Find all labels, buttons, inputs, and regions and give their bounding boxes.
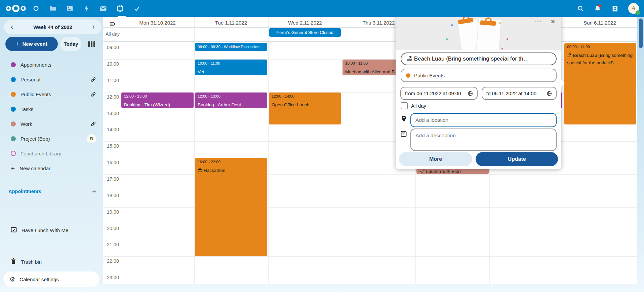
- hour-label: 16:00: [103, 160, 119, 165]
- description-input[interactable]: [410, 129, 557, 151]
- timezone-globe-icon[interactable]: [468, 91, 473, 96]
- appointments-section-header: Appointments +: [0, 188, 103, 195]
- notifications-bell-icon[interactable]: [594, 0, 602, 17]
- dashboard-icon[interactable]: [32, 0, 40, 17]
- calendar-color-dot: [11, 62, 16, 67]
- day-header-tue[interactable]: Tue 1.11.2022: [194, 19, 268, 26]
- trash-icon: [11, 258, 16, 265]
- update-button[interactable]: Update: [476, 152, 558, 166]
- calendar-color-dot: [11, 92, 16, 97]
- start-date-value: from 06.11.2022 at 09:00: [405, 90, 461, 96]
- event-workflow-discussion[interactable]: 09:00 - 09:30 - Workflow Discussion: [195, 43, 267, 51]
- calendar-picker[interactable]: Public Events: [401, 69, 557, 82]
- appointment-config-label: Have Lunch With Me: [22, 227, 68, 233]
- calendar-label: Tasks: [21, 106, 96, 112]
- online-status-dot: [636, 10, 640, 15]
- calendar-item-public-events[interactable]: Public Events: [0, 87, 103, 102]
- day-header-wed[interactable]: Wed 2.11.2022: [268, 19, 342, 26]
- event-vet[interactable]: 10:00 - 11:00 Vet: [195, 60, 267, 75]
- calendar-app-icon[interactable]: [116, 0, 124, 17]
- hour-label: 19:00: [103, 209, 119, 215]
- week-label: Week 44 of 2022: [33, 24, 72, 30]
- sidebar: ‹ Week 44 of 2022 › + New event Today Ap…: [0, 17, 103, 284]
- grid-line: [268, 17, 269, 284]
- hour-line: [103, 191, 637, 191]
- event-time: 09:00 - 14:00: [567, 45, 634, 49]
- next-week-button[interactable]: ›: [91, 23, 96, 31]
- add-appointment-config-button[interactable]: +: [92, 188, 96, 195]
- photos-icon[interactable]: [66, 0, 73, 17]
- hour-label: 14:00: [103, 127, 119, 132]
- event-booking-tim-wizard[interactable]: 12:00 - 13:00 Booking - Tim (Wizard): [121, 93, 194, 108]
- event-pierres-general-store-closed[interactable]: Pierre's General Store Closed!: [269, 28, 341, 37]
- hour-line: [103, 224, 637, 224]
- appointment-config-item[interactable]: Have Lunch With Me: [0, 223, 103, 238]
- nextcloud-logo[interactable]: [5, 4, 26, 14]
- calendar-settings-button[interactable]: ⚙ Calendar settings: [3, 271, 99, 287]
- event-beach-luau[interactable]: 09:00 - 14:00 🏖 Beach Luau (Bring someth…: [564, 43, 636, 124]
- week-navigation: ‹ Week 44 of 2022 ›: [4, 20, 102, 34]
- popover-actions-menu-icon[interactable]: ···: [534, 17, 542, 25]
- more-button[interactable]: More: [399, 152, 472, 166]
- hour-label: 18:00: [103, 193, 119, 198]
- shared-link-icon: [90, 121, 96, 127]
- calendar-item-appointments[interactable]: Appointments: [0, 57, 103, 72]
- event-open-office-lunch[interactable]: 12:00 - 14:00 Open Office Lunch: [269, 93, 341, 124]
- today-button[interactable]: Today: [61, 37, 81, 51]
- hour-label: 21:00: [103, 242, 119, 247]
- grid-line: [563, 17, 563, 284]
- calendar-color-dot: [11, 121, 16, 126]
- day-header-sun[interactable]: Sun 6.11.2022: [563, 19, 637, 26]
- tasks-icon[interactable]: [133, 0, 140, 17]
- collapse-weekend-icon[interactable]: [110, 22, 115, 28]
- files-icon[interactable]: [49, 0, 56, 17]
- user-avatar[interactable]: A: [628, 0, 639, 17]
- notification-badge: [598, 4, 601, 7]
- calendar-item-tasks[interactable]: Tasks: [0, 102, 103, 116]
- day-header-mon[interactable]: Mon 31.10.2022: [121, 19, 194, 26]
- all-day-toggle[interactable]: All day: [401, 102, 426, 109]
- calendar-color-dot: [11, 136, 16, 141]
- event-hackathon[interactable]: 16:00 - 22:00 😎 Hackathon: [195, 158, 267, 256]
- timezone-globe-icon[interactable]: [547, 91, 552, 96]
- calendar-label: Public Events: [21, 92, 90, 97]
- event-title-input[interactable]: [401, 52, 557, 65]
- hour-label: 15:00: [103, 143, 119, 149]
- scrollbar-thumb[interactable]: [639, 19, 643, 48]
- calendar-item-fenchurch-library[interactable]: Fenchurch Library: [0, 146, 103, 161]
- grid-line: [342, 17, 342, 284]
- location-input[interactable]: [410, 113, 557, 127]
- hour-label: 09:00: [103, 45, 119, 50]
- calendar-item-personal[interactable]: Personal: [0, 72, 103, 87]
- new-calendar-label: New calendar: [19, 166, 50, 171]
- calendar-item-work[interactable]: Work: [0, 116, 103, 131]
- event-time: 16:00 - 22:00: [198, 160, 265, 164]
- close-icon[interactable]: ×: [551, 17, 555, 26]
- event-time: 09:00 - 09:30 - Workflow Discussion: [198, 45, 265, 49]
- event-title: 😎 Hackathon: [198, 167, 265, 174]
- selected-calendar-label: Public Events: [414, 73, 445, 78]
- plus-icon: +: [11, 165, 15, 172]
- active-app-indicator: [118, 16, 126, 17]
- event-title: 🏖 Beach Luau (Bring something special fo…: [567, 52, 634, 66]
- new-calendar-button[interactable]: + New calendar: [0, 161, 103, 176]
- start-date-picker[interactable]: from 06.11.2022 at 09:00: [400, 87, 478, 100]
- activity-icon[interactable]: [83, 0, 90, 17]
- end-date-picker[interactable]: to 06.11.2022 at 14:00: [482, 87, 557, 100]
- contacts-icon[interactable]: [611, 0, 619, 17]
- event-title: Open Office Lunch: [272, 101, 338, 109]
- trash-bin-button[interactable]: Trash bin: [0, 254, 103, 269]
- previous-week-button[interactable]: ‹: [9, 23, 14, 31]
- event-booking-arthur-dent[interactable]: 12:00 - 13:00 Booking - Arthur Dent: [195, 93, 267, 108]
- hour-label: 20:00: [103, 226, 119, 231]
- mail-icon[interactable]: [99, 0, 107, 17]
- view-switcher-icon[interactable]: [88, 41, 95, 47]
- search-icon[interactable]: [576, 0, 585, 17]
- shared-link-icon: [90, 77, 96, 82]
- new-event-button[interactable]: + New event: [5, 37, 58, 51]
- grid-line: [194, 17, 195, 284]
- calendar-item-project-bob[interactable]: Project (Bob) B: [0, 131, 103, 146]
- shared-link-icon: [90, 92, 96, 97]
- hour-label: 17:00: [103, 176, 119, 182]
- all-day-checkbox[interactable]: [401, 102, 408, 109]
